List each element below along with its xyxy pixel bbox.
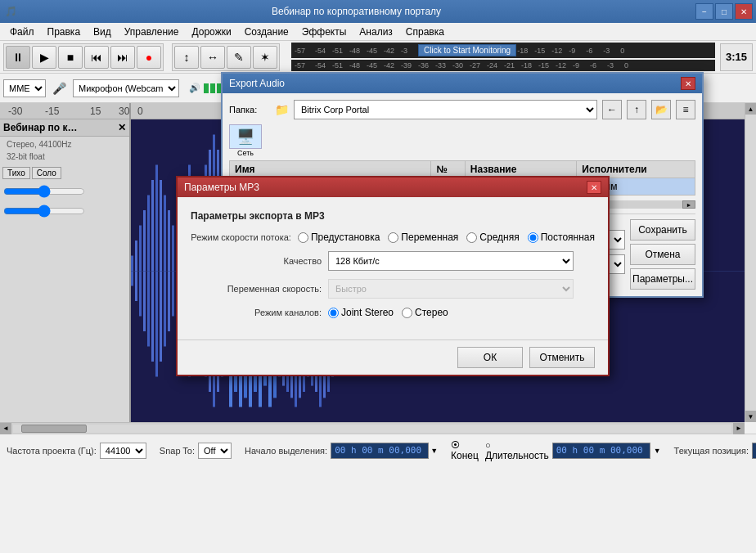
mp3-ok-button[interactable]: ОК (457, 347, 523, 368)
params-button[interactable]: Параметры... (630, 268, 695, 290)
folder-select[interactable]: Bitrix Corp Portal (294, 100, 597, 119)
menu-edit[interactable]: Правка (41, 25, 88, 39)
freq-field: Частота проекта (Гц): 44100 (7, 443, 146, 459)
network-label: Сеть (237, 149, 254, 157)
record-button[interactable]: ● (137, 46, 161, 69)
cancel-button[interactable]: Отмена (630, 244, 695, 265)
network-icon[interactable]: 🖥️ (229, 124, 262, 149)
pos-label: Текущая позиция: (674, 446, 749, 456)
monitoring-button[interactable]: Click to Start Monitoring (418, 44, 516, 56)
nav-back-button[interactable]: ← (602, 100, 622, 119)
vu-meter-area: -57 -54 -51 -48 -45 -42 -3 Click to Star… (291, 43, 715, 71)
prev-button[interactable]: ⏮ (84, 46, 109, 69)
solo-button[interactable]: Соло (32, 167, 61, 179)
snap-select[interactable]: Off (198, 443, 232, 459)
export-folder-row: Папка: 📁 Bitrix Corp Portal ← ↑ 📂 ≡ (229, 100, 695, 119)
nav-new-folder-button[interactable]: 📂 (651, 100, 671, 119)
nav-up-button[interactable]: ↑ (627, 100, 646, 119)
cursor-tool[interactable]: ↕ (174, 46, 199, 69)
menu-tracks[interactable]: Дорожки (186, 25, 238, 39)
zoom-tool[interactable]: ✶ (253, 46, 277, 69)
close-button[interactable]: ✕ (735, 3, 753, 20)
horizontal-scrollbar[interactable]: ◄ ► (0, 422, 745, 434)
radio-joint-stereo-input[interactable] (328, 308, 339, 318)
maximize-button[interactable]: □ (715, 3, 733, 20)
scroll-left[interactable]: ◄ (0, 423, 11, 434)
mp3-cancel-button[interactable]: Отменить (529, 347, 595, 368)
pause-button[interactable]: ⏸ (6, 46, 30, 69)
menu-generate[interactable]: Создание (238, 25, 295, 39)
nav-row: 🖥️ Сеть (229, 124, 695, 157)
export-action-buttons: Сохранить Отмена Параметры... (630, 219, 695, 290)
radio-variable-input[interactable] (388, 232, 398, 243)
end-field: ⦿ Конец ○ Длительность 00 h 00 m 00,000 … (451, 440, 661, 461)
pos-input[interactable]: 00 h 00 m 00,000 s (752, 443, 756, 459)
end-arrow-down[interactable]: ▼ (654, 447, 661, 455)
window-title: Вебинар по корпоративному порталу (17, 6, 695, 17)
menu-effects[interactable]: Эффекты (295, 25, 353, 39)
menu-control[interactable]: Управление (118, 25, 186, 39)
menu-help[interactable]: Справка (399, 25, 451, 39)
bitrate-label: Режим скорости потока: (191, 232, 291, 242)
radio-average[interactable]: Средняя (466, 232, 519, 243)
right-scrollbar[interactable]: ▲ ▼ (745, 103, 756, 422)
export-close-button[interactable]: ✕ (681, 77, 695, 90)
track-close-icon[interactable]: ✕ (118, 122, 126, 133)
pan-area (0, 201, 129, 221)
play-button[interactable]: ▶ (32, 46, 56, 69)
radio-joint-stereo[interactable]: Joint Stereo (328, 307, 394, 318)
vu-meter-bottom: -57 -54 -51 -48 -45 -42 -39 -36 -33 -30 … (291, 60, 715, 71)
radio-variable[interactable]: Переменная (388, 232, 458, 243)
scroll-right[interactable]: ► (733, 423, 745, 434)
mp3-params-dialog: Параметры MP3 ✕ Параметры экспорта в MP3… (176, 176, 610, 376)
pan-slider[interactable] (3, 205, 85, 218)
mute-button[interactable]: Тихо (2, 167, 30, 179)
minimize-button[interactable]: − (695, 3, 713, 20)
menu-view[interactable]: Вид (87, 25, 118, 39)
folder-label: Папка: (229, 105, 270, 115)
mp3-close-button[interactable]: ✕ (587, 181, 601, 194)
status-bar: Частота проекта (Гц): 44100 Snap To: Off… (0, 434, 756, 466)
radio-stereo-input[interactable] (402, 308, 412, 318)
ruler-0: 0 (137, 106, 143, 117)
draw-tool[interactable]: ✎ (227, 46, 251, 69)
stop-button[interactable]: ■ (58, 46, 83, 69)
end-input[interactable]: 00 h 00 m 00,000 s (552, 443, 650, 459)
scroll-down[interactable]: ▼ (745, 411, 756, 422)
start-label: Начало выделения: (245, 446, 327, 456)
nav-view-button[interactable]: ≡ (676, 100, 695, 119)
select-tool[interactable]: ↔ (200, 46, 225, 69)
radio-stereo[interactable]: Стерео (402, 307, 448, 318)
radio-preset-input[interactable] (298, 232, 308, 243)
duration-radio[interactable]: ○ Длительность (485, 440, 549, 461)
radio-average-input[interactable] (466, 232, 477, 243)
tool-controls: ↕ ↔ ✎ ✶ (172, 43, 280, 71)
scroll-track (745, 115, 756, 411)
radio-constant[interactable]: Постоянная (528, 232, 595, 243)
table-scroll-right[interactable]: ► (682, 200, 695, 209)
radio-preset[interactable]: Предустановка (298, 232, 380, 243)
start-input[interactable]: 00 h 00 m 00,000 s (331, 443, 429, 459)
menu-bar: Файл Правка Вид Управление Дорожки Созда… (0, 23, 756, 41)
hscroll-thumb[interactable] (21, 425, 87, 433)
next-button[interactable]: ⏭ (110, 46, 135, 69)
time-display: 3:15 (720, 43, 753, 71)
channels-radio-group: Joint Stereo Стерео (328, 307, 448, 318)
quality-select[interactable]: 128 Кбит/с (328, 251, 574, 271)
start-arrow-down[interactable]: ▼ (430, 447, 438, 455)
quality-label: Качество (191, 256, 322, 266)
input-device-select[interactable]: Микрофон (Webcam C16 (73, 79, 179, 97)
radio-constant-input[interactable] (528, 232, 538, 243)
mp3-title: Параметры MP3 (184, 182, 259, 193)
menu-analyze[interactable]: Анализ (353, 25, 399, 39)
hscroll-track (13, 425, 731, 433)
end-radio[interactable]: ⦿ Конец (451, 440, 479, 461)
save-button[interactable]: Сохранить (630, 219, 695, 241)
track-info-area: Стерео, 44100Hz 32-bit float (0, 137, 129, 164)
freq-select[interactable]: 44100 (100, 443, 146, 459)
menu-file[interactable]: Файл (3, 25, 41, 39)
scroll-up[interactable]: ▲ (745, 103, 756, 115)
track-panel: -30 -15 15 30 Вебинар по к… ✕ Стерео, 44… (0, 103, 131, 422)
gain-slider[interactable] (3, 185, 85, 198)
audio-host-select[interactable]: MME (3, 79, 46, 97)
